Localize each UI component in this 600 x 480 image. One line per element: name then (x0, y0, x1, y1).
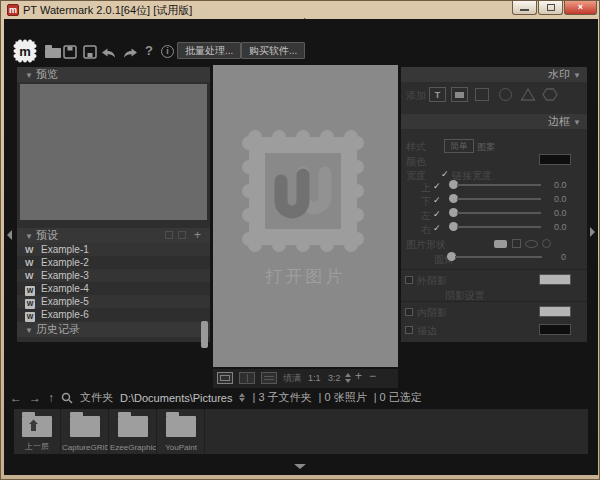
slider-top-checkbox[interactable]: ✓ (433, 181, 441, 191)
chevron-down-icon: ▼ (573, 118, 581, 127)
shadow-settings-label: 阴影设置 (445, 290, 485, 301)
title-bar[interactable]: m PT Watermark 2.0.1[64位] [试用版] × (1, 1, 600, 19)
save-icon[interactable] (63, 45, 77, 59)
open-image-placeholder[interactable]: 打开图片 (213, 265, 398, 288)
folder-name: CaptureGRID 4 (62, 443, 108, 452)
preview-section-header[interactable]: ▼ 预览 (17, 67, 210, 82)
folder-path[interactable]: D:\Documents\Pictures (120, 392, 232, 404)
batch-process-button[interactable]: 批量处理... (177, 42, 241, 59)
shape-ellipse-icon[interactable] (525, 240, 538, 248)
list-item[interactable]: WExample-6 (17, 308, 210, 321)
slider-top-track[interactable] (457, 184, 541, 186)
maximize-button[interactable] (538, 1, 563, 15)
up-level-icon[interactable]: ↑ (48, 392, 54, 404)
slider-top-value: 0.0 (554, 180, 567, 190)
selected-count: | 0 已选定 (374, 390, 422, 405)
inner-shadow-checkbox[interactable] (405, 308, 413, 316)
outer-shadow-checkbox[interactable] (405, 276, 413, 284)
preset-label: Example-4 (41, 283, 89, 294)
minimize-button[interactable] (512, 1, 537, 15)
shape-square-icon[interactable] (512, 239, 521, 248)
shape-filled-rect-icon[interactable] (494, 240, 507, 248)
slider-bottom-checkbox[interactable]: ✓ (433, 195, 441, 205)
slider-left-checkbox[interactable]: ✓ (433, 209, 441, 219)
redo-icon[interactable] (122, 47, 139, 59)
slider-left-track[interactable] (457, 212, 541, 214)
collapse-bottom-panel-icon[interactable] (294, 464, 306, 469)
fit-button[interactable]: 填满 (283, 372, 301, 384)
chevron-down-icon: ▼ (25, 71, 33, 80)
list-item[interactable]: WExample-1 (17, 243, 210, 256)
corner-value: 0 (561, 252, 566, 262)
folder-name: YouPaint (158, 443, 204, 452)
view-split-icon[interactable] (239, 372, 255, 384)
list-item[interactable]: WExample-2 (17, 256, 210, 269)
add-preset-button[interactable]: + (194, 229, 201, 241)
list-item[interactable]: WExample-4 (17, 282, 210, 295)
border-section-header[interactable]: 边框 ▼ (401, 114, 587, 129)
scrollbar-thumb[interactable] (201, 321, 208, 348)
back-icon[interactable]: ← (10, 392, 22, 404)
actual-size-button[interactable]: 1:1 (308, 372, 321, 384)
square-shape-icon[interactable] (475, 88, 489, 101)
presets-section-header[interactable]: ▼ 预设 + (17, 228, 210, 243)
open-folder-icon[interactable] (45, 48, 61, 58)
style-simple-button[interactable]: 简单 (444, 139, 474, 153)
collapse-left-panel-icon[interactable] (7, 230, 12, 240)
preset-label: Example-5 (41, 296, 89, 307)
stroke-swatch[interactable] (539, 324, 571, 335)
preset-save-icon[interactable] (165, 231, 173, 239)
left-panel: ▼ 预览 ▼ 预设 + WExample-1 WExample-2 (17, 67, 210, 342)
preview-box (20, 84, 207, 220)
history-section-header[interactable]: ▼ 历史记录 (17, 322, 210, 337)
slider-right-checkbox[interactable]: ✓ (433, 223, 441, 233)
save-as-icon[interactable] (83, 45, 97, 59)
slider-right-track[interactable] (457, 226, 541, 228)
stroke-checkbox[interactable] (405, 326, 413, 334)
inner-shadow-swatch[interactable] (539, 306, 571, 317)
list-item[interactable]: WExample-3 (17, 269, 210, 282)
slider-bottom-track[interactable] (457, 198, 541, 200)
ratio-select[interactable]: 3:2 (328, 372, 341, 384)
circle-shape-icon[interactable] (499, 88, 512, 101)
image-canvas[interactable]: 打开图片 (213, 65, 398, 367)
watermark-section-header[interactable]: 水印 ▼ (401, 67, 587, 82)
hexagon-shape-icon[interactable] (542, 87, 558, 102)
list-item[interactable]: YouPaint (158, 409, 205, 454)
corner-slider-track[interactable] (455, 256, 542, 258)
border-color-label: 颜色 (406, 156, 426, 167)
list-item[interactable]: 上一层 (14, 409, 61, 454)
info-button[interactable]: i (161, 45, 174, 58)
folder-up-icon (22, 416, 52, 437)
search-icon[interactable] (61, 392, 73, 404)
link-width-checkbox[interactable]: ✓ (441, 169, 449, 179)
zoom-in-button[interactable]: + (355, 370, 362, 382)
border-color-swatch[interactable] (539, 154, 571, 165)
forward-icon[interactable]: → (29, 392, 41, 404)
view-single-icon[interactable] (217, 372, 233, 384)
triangle-shape-icon[interactable] (520, 87, 536, 102)
canvas-toolbar: 填满 1:1 3:2 + − (213, 369, 398, 388)
zoom-out-button[interactable]: − (369, 370, 376, 382)
watermark-image-icon: W (25, 312, 35, 322)
outer-shadow-swatch[interactable] (539, 274, 571, 285)
view-list-icon[interactable] (261, 372, 277, 384)
undo-icon[interactable] (100, 47, 117, 59)
text-watermark-icon[interactable]: T (429, 87, 446, 102)
buy-software-button[interactable]: 购买软件... (241, 42, 305, 59)
ratio-spinner-icon[interactable] (345, 373, 351, 383)
folder-filmstrip: 上一层 CaptureGRID 4 EzeeGraphicD... YouPai… (14, 409, 588, 454)
stroke-label: 描边 (417, 325, 437, 336)
watermark-header-label: 水印 (548, 68, 570, 80)
shape-circle-icon[interactable] (542, 239, 551, 248)
close-button[interactable]: × (564, 1, 597, 15)
image-watermark-icon[interactable] (451, 87, 468, 102)
style-pattern-button[interactable]: 图案 (477, 141, 495, 154)
list-item[interactable]: WExample-5 (17, 295, 210, 308)
help-button[interactable]: ? (145, 43, 153, 58)
list-item[interactable]: EzeeGraphicD... (110, 409, 157, 454)
preset-delete-icon[interactable] (178, 231, 186, 239)
collapse-right-panel-icon[interactable] (590, 227, 595, 237)
path-spinner-icon[interactable] (239, 393, 245, 402)
list-item[interactable]: CaptureGRID 4 (62, 409, 109, 454)
